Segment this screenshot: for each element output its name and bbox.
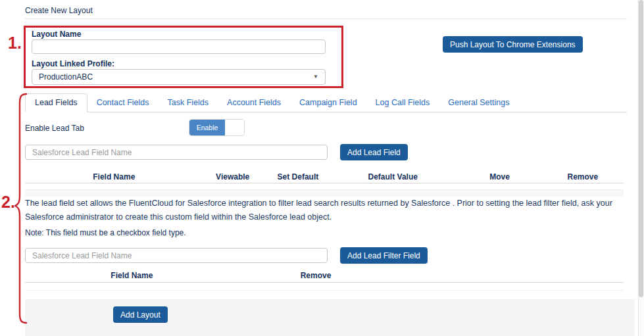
- tab-account-fields[interactable]: Account Fields: [218, 94, 290, 112]
- layout-profile-selected-value: ProductionABC: [39, 72, 93, 82]
- add-layout-button[interactable]: Add Layout: [113, 306, 168, 323]
- scrollbar-thumb[interactable]: [639, 0, 643, 297]
- add-lead-filter-field-button[interactable]: Add Lead Filter Field: [340, 247, 428, 264]
- push-layout-button[interactable]: Push Layout To Chrome Extensions: [443, 36, 583, 53]
- filter-note: Note: This field must be a checkbox fiel…: [25, 228, 186, 237]
- layout-name-input[interactable]: [32, 39, 326, 54]
- lead-fields-table-header: Field Name Viewable Set Default Default …: [25, 172, 618, 181]
- filter-table-header: Field Name Remove: [25, 271, 618, 280]
- scrollbar-track[interactable]: [638, 0, 644, 336]
- add-lead-field-button[interactable]: Add Lead Field: [340, 144, 408, 160]
- filter-table-row-divider: [25, 290, 624, 291]
- filter-table-divider: [25, 282, 624, 283]
- lead-field-name-input[interactable]: [25, 145, 328, 160]
- tab-log-call-fields[interactable]: Log Call Fields: [366, 94, 439, 112]
- tab-contact-fields[interactable]: Contact Fields: [87, 94, 159, 112]
- tab-lead-fields[interactable]: Lead Fields: [25, 93, 87, 112]
- layout-profile-select[interactable]: ProductionABC ▼: [32, 69, 326, 85]
- filter-col-remove: Remove: [239, 271, 393, 280]
- annotation-number-2: 2.: [1, 194, 15, 210]
- annotation-number-1: 1.: [8, 35, 22, 51]
- col-default-value: Default Value: [334, 172, 452, 181]
- lead-table-empty-row: [25, 190, 624, 197]
- select-caret-icon: ▼: [313, 74, 318, 80]
- col-viewable: Viewable: [203, 172, 262, 181]
- tab-bar: Lead Fields Contact Fields Task Fields A…: [25, 94, 627, 112]
- layout-name-label: Layout Name: [32, 30, 81, 39]
- enable-lead-tab-toggle[interactable]: Enable: [189, 119, 245, 136]
- col-remove: Remove: [547, 172, 618, 181]
- tab-campaign-field[interactable]: Campaign Field: [290, 94, 366, 112]
- col-move: Move: [452, 172, 547, 181]
- page-title: Create New Layout: [25, 6, 93, 15]
- toggle-on-segment: Enable: [189, 120, 225, 135]
- layout-profile-label: Layout Linked Profile:: [32, 59, 114, 68]
- lead-table-divider: [25, 183, 624, 183]
- filter-description: The lead field set allows the FluentClou…: [25, 197, 621, 224]
- col-field-name: Field Name: [25, 172, 203, 181]
- tab-task-fields[interactable]: Task Fields: [159, 94, 218, 112]
- tab-general-settings[interactable]: General Settings: [439, 94, 518, 112]
- lead-filter-field-input[interactable]: [25, 248, 328, 263]
- title-divider: [25, 18, 627, 19]
- enable-lead-tab-label: Enable Lead Tab: [25, 124, 84, 133]
- filter-col-field-name: Field Name: [25, 271, 239, 280]
- col-set-default: Set Default: [262, 172, 334, 181]
